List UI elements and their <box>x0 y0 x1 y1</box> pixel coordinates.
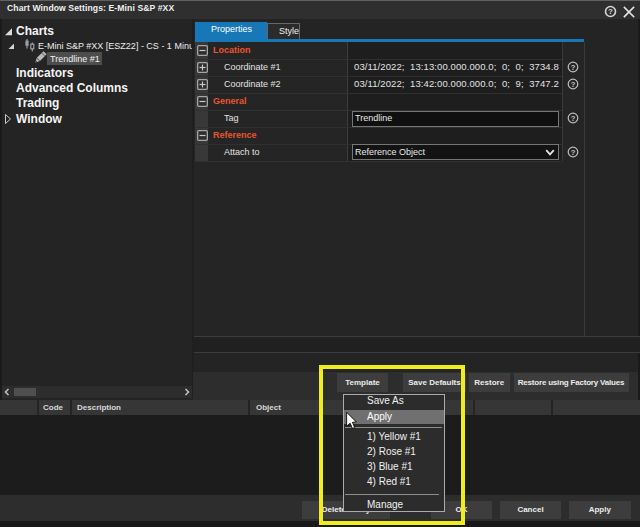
svg-text:?: ? <box>570 148 575 157</box>
svg-text:?: ? <box>570 80 575 89</box>
svg-text:?: ? <box>570 114 575 123</box>
svg-text:?: ? <box>608 7 613 16</box>
svg-text:?: ? <box>570 63 575 72</box>
